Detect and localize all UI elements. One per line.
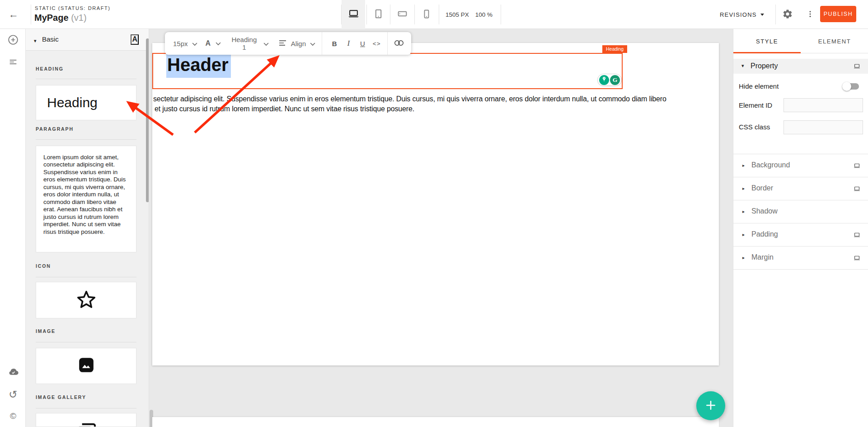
- paragraph-element-card[interactable]: Lorem ipsum dolor sit amet, consectetur …: [36, 146, 136, 252]
- divider: [36, 277, 136, 277]
- tab-element[interactable]: ELEMENT: [801, 29, 868, 53]
- revisions-button[interactable]: REVISIONS: [720, 0, 764, 29]
- section-label-image-gallery: IMAGE GALLERY: [36, 394, 86, 400]
- device-desktop-button[interactable]: [342, 0, 365, 29]
- link-button[interactable]: [393, 37, 405, 50]
- tablet-icon: [373, 8, 384, 21]
- device-tablet-button[interactable]: [366, 0, 390, 29]
- caret-down-icon: ▾: [34, 38, 37, 44]
- palette-group-label: Basic: [42, 35, 59, 43]
- back-button[interactable]: ←: [6, 8, 21, 21]
- css-class-label: CSS class: [739, 123, 770, 131]
- tab-style[interactable]: STYLE: [733, 29, 801, 53]
- caret-down-icon: [760, 14, 764, 16]
- italic-button[interactable]: I: [343, 37, 354, 50]
- block-format-dropdown[interactable]: Heading 1: [230, 36, 269, 51]
- divider: [31, 5, 31, 24]
- icon-element-card[interactable]: [36, 282, 136, 318]
- divider: [322, 32, 322, 55]
- image-gallery-icon: [76, 421, 96, 427]
- divider: [501, 5, 501, 24]
- chevron-down-icon: [216, 39, 221, 47]
- section-row-background[interactable]: ▸ Background: [733, 154, 868, 177]
- grammarly-button[interactable]: G: [610, 75, 620, 85]
- image-element-card[interactable]: [36, 348, 136, 384]
- laptop-icon: [853, 185, 861, 195]
- inspector-tabs: STYLE ELEMENT: [733, 29, 868, 53]
- divider: [36, 342, 136, 342]
- hide-element-toggle[interactable]: [844, 83, 859, 90]
- heading-card-preview: Heading: [47, 95, 98, 110]
- section-label-paragraph: PARAGRAPH: [36, 126, 74, 132]
- text-format-toolbar: 15px A Heading 1 Align B I U <>: [165, 32, 411, 55]
- caret-right-icon: ▸: [742, 255, 745, 260]
- caret-right-icon: ▸: [742, 163, 745, 168]
- toggle-knob: [842, 82, 851, 91]
- back-arrow-icon: ←: [9, 9, 19, 20]
- history-icon: ↺: [9, 389, 17, 401]
- divider: [387, 32, 388, 55]
- paragraph-element-line1[interactable]: sectetur adipiscing elit. Suspendisse va…: [153, 95, 666, 103]
- hide-element-label: Hide element: [739, 82, 779, 90]
- paragraph-card-preview: Lorem ipsum dolor sit amet, consectetur …: [43, 154, 126, 235]
- chevron-down-icon: [192, 40, 197, 47]
- next-page-section: [152, 417, 719, 427]
- copyright-icon: ©: [10, 411, 16, 421]
- bold-button[interactable]: B: [328, 37, 340, 50]
- copyright-button[interactable]: ©: [7, 410, 19, 422]
- align-dropdown[interactable]: Align: [279, 40, 315, 47]
- add-section-fab-button[interactable]: [696, 391, 725, 420]
- section-label-icon: ICON: [36, 263, 51, 269]
- star-icon: [76, 289, 97, 312]
- plus-icon: [705, 399, 717, 413]
- heading-element-card[interactable]: Heading: [36, 85, 136, 120]
- gear-icon: [782, 9, 793, 21]
- left-icon-rail: ↺ ©: [0, 29, 26, 427]
- section-row-border[interactable]: ▸ Border: [733, 177, 868, 200]
- section-row-margin[interactable]: ▸ Margin: [733, 247, 868, 270]
- css-class-input[interactable]: [784, 120, 863, 134]
- settings-button[interactable]: [780, 7, 795, 22]
- text-color-button[interactable]: A: [206, 39, 221, 47]
- typography-icon[interactable]: A: [131, 34, 139, 45]
- element-id-input[interactable]: [784, 98, 863, 112]
- history-button[interactable]: ↺: [7, 389, 19, 400]
- layers-button[interactable]: [7, 57, 19, 69]
- style-section-list: ▸ Background ▸ Border ▸ Shadow ▸ Padding…: [733, 154, 868, 270]
- image-gallery-element-card[interactable]: [36, 413, 136, 427]
- section-label-image: IMAGE: [36, 328, 56, 334]
- editor-canvas: Heading Header G sectetur adipiscing eli…: [149, 29, 733, 427]
- palette-scrollbar[interactable]: [146, 38, 149, 202]
- section-row-padding[interactable]: ▸ Padding: [733, 223, 868, 247]
- more-options-button[interactable]: [803, 7, 817, 22]
- paragraph-element-line2[interactable]: et justo cursus id rutrum lorem imperdie…: [155, 105, 414, 113]
- caret-down-icon: ▾: [741, 63, 744, 69]
- font-size-dropdown[interactable]: 15px: [173, 40, 197, 47]
- chevron-down-icon: [310, 40, 315, 47]
- cloud-check-icon: [8, 366, 19, 379]
- cloud-sync-button[interactable]: [7, 367, 19, 379]
- selection-tag: Heading: [602, 45, 627, 53]
- code-button[interactable]: <>: [371, 37, 383, 50]
- grammarly-g-icon: G: [613, 76, 618, 84]
- publish-button[interactable]: PUBLISH: [820, 6, 856, 22]
- device-phone-landscape-button[interactable]: [390, 0, 414, 29]
- underline-button[interactable]: U: [357, 37, 368, 50]
- device-phone-portrait-button[interactable]: [415, 0, 438, 29]
- style-inspector-panel: STYLE ELEMENT ▾ Property Hide element El…: [733, 29, 868, 427]
- palette-group-header[interactable]: ▾ Basic A: [26, 29, 149, 51]
- phone-landscape-icon: [397, 8, 408, 21]
- divider: [36, 139, 136, 140]
- caret-right-icon: ▸: [742, 232, 745, 237]
- suggestion-bulb-button[interactable]: [599, 75, 609, 85]
- add-element-button[interactable]: [7, 35, 19, 47]
- viewport-width-label: 1505 PX: [446, 11, 469, 18]
- page-version: (v1): [71, 13, 86, 23]
- property-section-header[interactable]: ▾ Property: [733, 59, 868, 74]
- element-id-label: Element ID: [739, 101, 772, 109]
- divider: [36, 408, 136, 408]
- section-row-shadow[interactable]: ▸ Shadow: [733, 200, 868, 223]
- kebab-menu-icon: [806, 10, 814, 19]
- heading-element[interactable]: Header: [166, 55, 231, 75]
- selected-text: Header: [166, 53, 231, 78]
